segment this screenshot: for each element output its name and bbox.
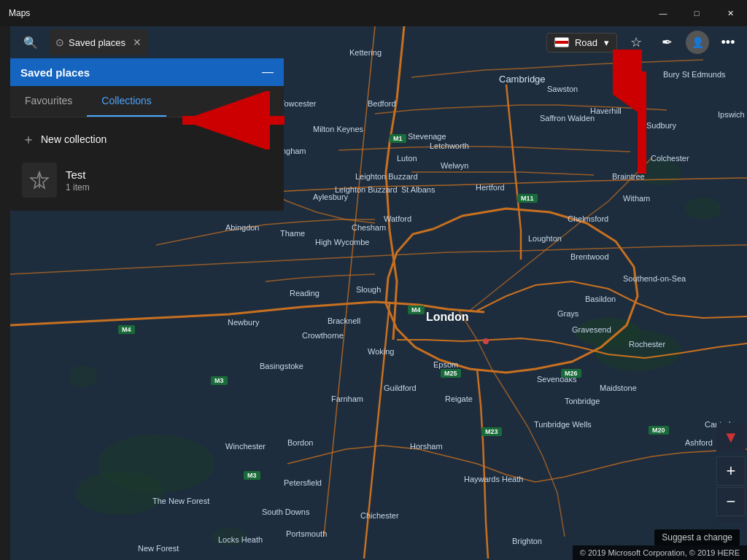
app-title: Maps	[9, 8, 646, 18]
compass-button[interactable]: ▼	[716, 423, 746, 452]
user-avatar[interactable]: 👤	[686, 31, 709, 54]
top-toolbar: 🔍 ⊙ Saved places ✕ Road ▾ ☆ ✒ 👤 •••	[10, 26, 747, 58]
favourites-button[interactable]: ☆	[624, 31, 648, 54]
copyright-text: © 2019 Microsoft Corporation, © 2019 HER…	[573, 545, 747, 560]
saved-panel-content: ＋ New collection Test 1 item	[10, 117, 284, 211]
zoom-controls: + −	[716, 456, 746, 516]
left-sidebar-strip	[0, 26, 10, 560]
suggest-change-button[interactable]: Suggest a change	[654, 529, 740, 545]
svg-point-7	[69, 365, 98, 387]
road-label: Road	[575, 37, 597, 48]
collection-icon	[22, 163, 57, 198]
svg-point-9	[483, 338, 489, 344]
svg-point-6	[685, 198, 721, 219]
tab-favourites[interactable]: Favourites	[10, 86, 87, 117]
search-button[interactable]: 🔍	[18, 29, 44, 55]
maximize-button[interactable]: □	[680, 0, 713, 26]
toolbar-right: Road ▾ ☆ ✒ 👤 •••	[546, 31, 740, 54]
svg-point-4	[76, 471, 163, 515]
toolbar-left: 🔍 ⊙ Saved places ✕	[18, 29, 147, 55]
collection-item[interactable]: Test 1 item	[10, 155, 284, 205]
svg-point-8	[211, 528, 247, 545]
collection-count: 1 item	[66, 182, 272, 192]
new-collection-button[interactable]: ＋ New collection	[10, 123, 284, 155]
saved-places-panel: Saved places — Favourites Collections ＋ …	[10, 58, 284, 211]
saved-places-close-button[interactable]: ✕	[133, 36, 142, 48]
ink-button[interactable]: ✒	[655, 31, 678, 54]
titlebar: Maps — □ ✕	[0, 0, 747, 26]
zoom-in-button[interactable]: +	[716, 456, 746, 486]
new-collection-label: New collection	[41, 133, 107, 145]
close-button[interactable]: ✕	[713, 0, 747, 26]
saved-places-label: Saved places	[69, 37, 125, 48]
saved-panel-header: Saved places —	[10, 58, 284, 86]
road-view-button[interactable]: Road ▾	[546, 33, 617, 52]
plus-icon: ＋	[22, 131, 35, 148]
zoom-out-button[interactable]: −	[716, 487, 746, 516]
svg-point-5	[638, 159, 681, 185]
tab-collections[interactable]: Collections	[87, 86, 166, 117]
svg-point-2	[594, 330, 681, 371]
minimize-button[interactable]: —	[646, 0, 680, 26]
saved-panel-tabs: Favourites Collections	[10, 86, 284, 117]
collection-name: Test	[66, 168, 272, 181]
road-dropdown-icon: ▾	[604, 37, 609, 48]
collection-info: Test 1 item	[66, 168, 272, 192]
saved-panel-title: Saved places	[20, 66, 90, 79]
window-controls: — □ ✕	[646, 0, 747, 26]
more-button[interactable]: •••	[716, 31, 740, 54]
saved-panel-minimize-button[interactable]: —	[262, 66, 274, 79]
